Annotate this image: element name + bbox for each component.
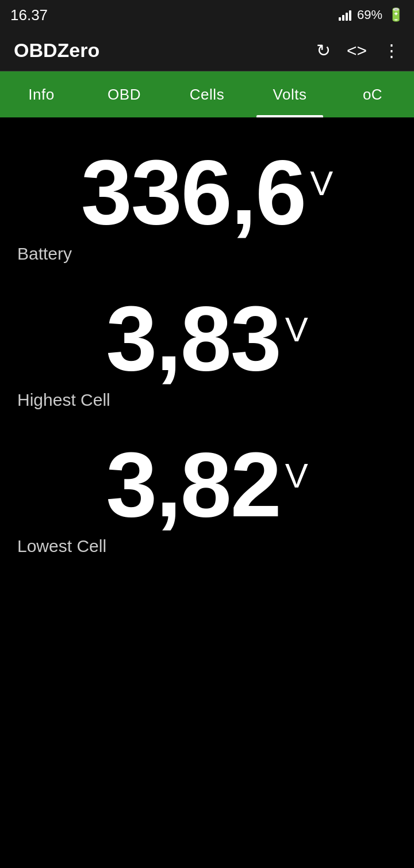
tab-cells[interactable]: Cells [166, 71, 248, 117]
app-bar-actions: ↻ <> ⋮ [316, 40, 400, 60]
status-right: 69% 🔋 [339, 7, 404, 22]
battery-value: 336,6 [81, 146, 305, 238]
app-title: OBDZero [14, 39, 99, 62]
tab-volts[interactable]: Volts [248, 71, 331, 117]
signal-icon [339, 9, 351, 21]
main-content: 336,6 V Battery 3,83 V Highest Cell 3,82… [0, 117, 414, 596]
lowest-cell-value-display: 3,82 V [17, 439, 397, 531]
lowest-cell-unit: V [285, 456, 308, 496]
tab-info[interactable]: Info [0, 71, 83, 117]
tab-oc[interactable]: oC [331, 71, 414, 117]
refresh-icon[interactable]: ↻ [316, 40, 331, 60]
status-bar: 16.37 69% 🔋 [0, 0, 414, 30]
highest-cell-value: 3,83 [106, 292, 280, 384]
battery-unit: V [310, 163, 333, 203]
status-time: 16.37 [10, 6, 48, 24]
lowest-cell-section: 3,82 V Lowest Cell [17, 427, 397, 573]
more-icon[interactable]: ⋮ [383, 40, 400, 60]
highest-cell-label: Highest Cell [17, 390, 397, 427]
battery-percent: 69% [357, 7, 382, 22]
battery-section: 336,6 V Battery [17, 135, 397, 281]
battery-icon: 🔋 [388, 7, 404, 22]
battery-value-display: 336,6 V [17, 146, 397, 238]
battery-label: Battery [17, 244, 397, 281]
lowest-cell-label: Lowest Cell [17, 536, 397, 573]
code-icon[interactable]: <> [347, 41, 367, 60]
highest-cell-value-display: 3,83 V [17, 292, 397, 384]
highest-cell-unit: V [285, 310, 308, 349]
lowest-cell-value: 3,82 [106, 439, 280, 531]
highest-cell-section: 3,83 V Highest Cell [17, 281, 397, 427]
app-bar: OBDZero ↻ <> ⋮ [0, 30, 414, 71]
tab-bar: Info OBD Cells Volts oC [0, 71, 414, 117]
tab-obd[interactable]: OBD [83, 71, 166, 117]
